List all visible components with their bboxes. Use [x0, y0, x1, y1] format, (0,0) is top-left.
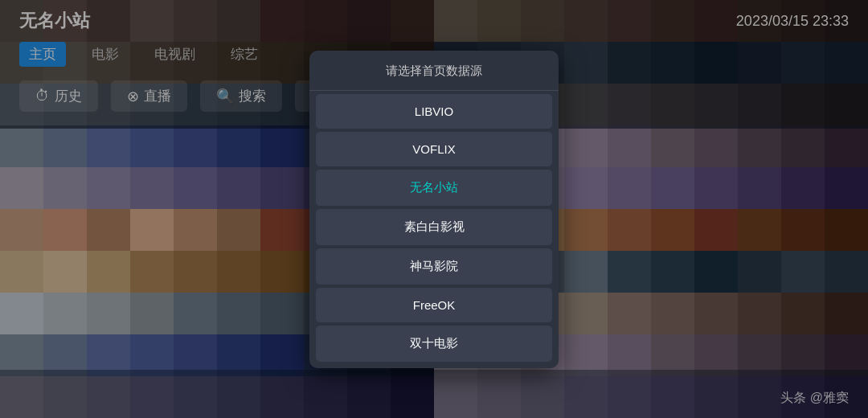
source-shuangshidianying[interactable]: 双十电影 — [316, 326, 552, 362]
dialog-divider — [309, 90, 559, 91]
source-subaibaiyingshi[interactable]: 素白白影视 — [316, 209, 552, 245]
source-wumingxiaozhan[interactable]: 无名小站 — [316, 170, 552, 206]
source-dialog: 请选择首页数据源 LIBVIO VOFLIX 无名小站 素白白影视 神马影院 F… — [309, 51, 559, 368]
source-voflix[interactable]: VOFLIX — [316, 132, 552, 166]
dialog-title: 请选择首页数据源 — [309, 51, 559, 90]
modal-overlay: 请选择首页数据源 LIBVIO VOFLIX 无名小站 素白白影视 神马影院 F… — [0, 0, 868, 418]
source-shenmayingyuan[interactable]: 神马影院 — [316, 248, 552, 285]
source-libvio[interactable]: LIBVIO — [316, 94, 552, 129]
source-freeok[interactable]: FreeOK — [316, 288, 552, 322]
